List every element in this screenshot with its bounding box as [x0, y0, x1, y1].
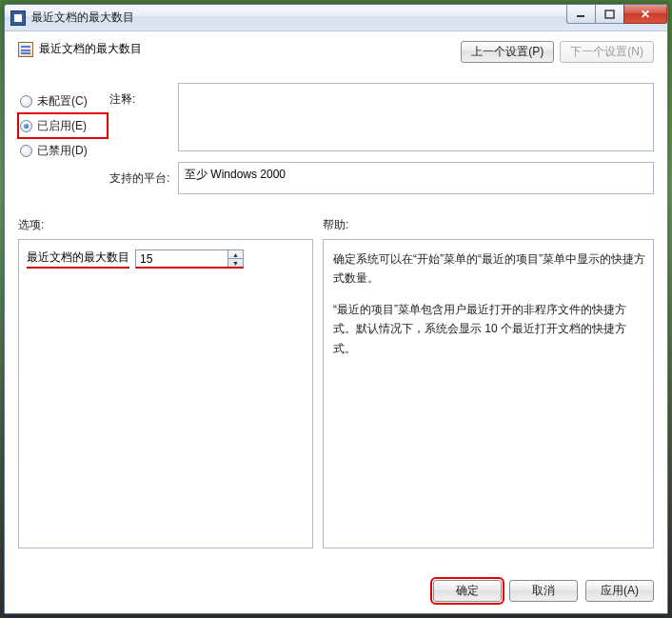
radio-not-configured[interactable]: 未配置(C): [18, 89, 109, 113]
platform-value: 至少 Windows 2000: [185, 168, 286, 181]
header-buttons: 上一个设置(P) 下一个设置(N): [461, 41, 654, 63]
spinner-arrows: ▲ ▼: [227, 250, 243, 267]
radio-label: 已启用(E): [37, 118, 87, 134]
previous-setting-button[interactable]: 上一个设置(P): [461, 41, 554, 63]
dialog-footer: 确定 取消 应用(A): [433, 580, 654, 602]
help-paragraph: 确定系统可以在“开始”菜单的“最近的项目”菜单中显示的快捷方式数量。: [333, 249, 645, 289]
policy-title: 最近文档的最大数目: [39, 41, 142, 57]
close-icon: ✕: [641, 8, 650, 21]
apply-button[interactable]: 应用(A): [585, 580, 654, 602]
window-controls: ✕: [566, 5, 667, 24]
cancel-button[interactable]: 取消: [509, 580, 578, 602]
max-docs-spinner[interactable]: ▲ ▼: [135, 249, 244, 269]
app-icon: [10, 10, 26, 26]
radio-label: 未配置(C): [37, 93, 88, 110]
maximize-icon: [604, 10, 616, 19]
platform-label: 支持的平台:: [109, 169, 178, 187]
maximize-button[interactable]: [595, 5, 623, 24]
radio-icon: [20, 95, 32, 108]
header-row: 最近文档的最大数目 上一个设置(P) 下一个设置(N): [18, 41, 654, 79]
options-panel: 最近文档的最大数目 ▲ ▼: [18, 239, 313, 548]
radio-column: 未配置(C) 已启用(E) 已禁用(D): [18, 83, 109, 194]
dialog-window: 最近文档的最大数目 ✕ 最近文档的最大数目 上一个设置(P) 下一个设置(N): [4, 4, 668, 614]
next-setting-button: 下一个设置(N): [560, 41, 654, 63]
comment-textarea[interactable]: [178, 83, 654, 151]
options-label: 选项:: [18, 217, 323, 233]
spinner-label: 最近文档的最大数目: [27, 249, 129, 269]
minimize-icon: [576, 10, 587, 19]
header-left: 最近文档的最大数目: [18, 41, 142, 57]
help-label: 帮助:: [323, 217, 654, 233]
section-labels: 选项: 帮助:: [18, 217, 654, 233]
radio-icon: [20, 120, 32, 132]
radio-enabled[interactable]: 已启用(E): [18, 113, 108, 138]
field-column: 至少 Windows 2000: [178, 83, 654, 194]
window-title: 最近文档的最大数目: [31, 10, 134, 26]
ok-button[interactable]: 确定: [433, 580, 502, 602]
comment-label: 注释:: [109, 89, 178, 169]
client-area: 最近文档的最大数目 上一个设置(P) 下一个设置(N) 未配置(C) 已启用(E…: [5, 31, 667, 613]
close-button[interactable]: ✕: [623, 5, 667, 24]
radio-icon: [20, 145, 32, 157]
radio-disabled[interactable]: 已禁用(D): [18, 138, 109, 163]
minimize-button[interactable]: [566, 5, 595, 24]
help-paragraph: “最近的项目”菜单包含用户最近打开的非程序文件的快捷方式。默认情况下，系统会显示…: [333, 300, 645, 358]
spinner-down-icon[interactable]: ▼: [228, 258, 243, 267]
radio-label: 已禁用(D): [37, 143, 88, 159]
config-area: 未配置(C) 已启用(E) 已禁用(D) 注释: 支持的平台: 至少 Wind: [18, 83, 654, 194]
supported-platform-field[interactable]: 至少 Windows 2000: [178, 162, 654, 194]
svg-rect-1: [605, 10, 614, 18]
titlebar[interactable]: 最近文档的最大数目 ✕: [5, 5, 667, 31]
option-row: 最近文档的最大数目 ▲ ▼: [27, 249, 305, 269]
help-panel[interactable]: 确定系统可以在“开始”菜单的“最近的项目”菜单中显示的快捷方式数量。 “最近的项…: [323, 239, 654, 548]
spinner-input[interactable]: [136, 250, 227, 267]
policy-icon: [18, 42, 33, 57]
field-labels: 注释: 支持的平台:: [109, 83, 178, 194]
lower-panels: 最近文档的最大数目 ▲ ▼ 确定系统可以在“开始”菜单的“最近的项目”菜单中显示…: [18, 239, 654, 548]
spinner-up-icon[interactable]: ▲: [228, 250, 243, 258]
svg-rect-0: [577, 15, 584, 17]
